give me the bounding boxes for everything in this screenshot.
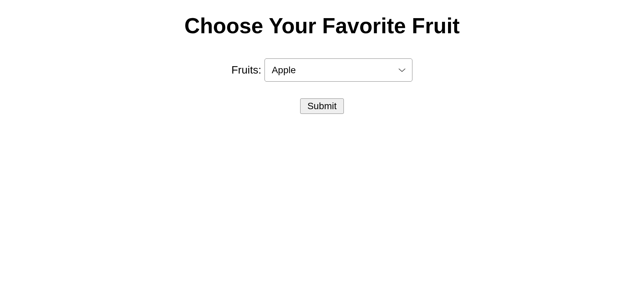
page-title: Choose Your Favorite Fruit	[0, 13, 644, 38]
form-row: Fruits: Apple	[0, 58, 644, 82]
select-wrapper: Apple	[265, 58, 412, 82]
submit-button[interactable]: Submit	[300, 98, 344, 114]
fruits-select[interactable]: Apple	[265, 58, 412, 82]
page-container: Choose Your Favorite Fruit Fruits: Apple…	[0, 0, 644, 114]
fruits-label: Fruits:	[232, 64, 261, 76]
